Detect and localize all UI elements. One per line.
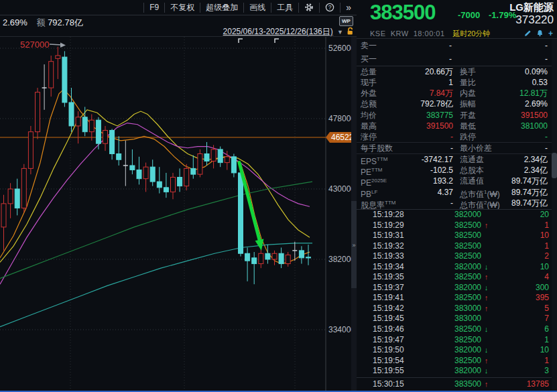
down-candle bbox=[110, 131, 115, 154]
down-candle bbox=[231, 157, 236, 173]
stat-label: 现手 bbox=[361, 77, 405, 88]
level-label: 卖一 bbox=[361, 39, 404, 52]
tick-row[interactable]: 15:19:55382000↓3 bbox=[357, 366, 552, 377]
tick-row[interactable]: 15:19:29382500↑1 bbox=[357, 220, 552, 231]
down-candle bbox=[82, 117, 87, 132]
no-arrow bbox=[481, 314, 491, 324]
collapse-chevrons-icon[interactable]: » bbox=[351, 242, 357, 249]
stat-value: - bbox=[405, 131, 453, 142]
tick-row[interactable]: 15:19:50382000↓10 bbox=[357, 345, 552, 356]
toolbar-f9[interactable]: F9 bbox=[143, 3, 164, 13]
stat-label: 流通值 bbox=[460, 176, 508, 186]
stat-value: 2.69% bbox=[508, 99, 548, 109]
panel-scrollbar-thumb[interactable] bbox=[552, 153, 557, 178]
stat-value: 0.53 bbox=[508, 77, 548, 88]
stat-value: 2.34亿 bbox=[508, 165, 548, 176]
panel-divider[interactable]: » bbox=[351, 37, 357, 392]
stat-value: 20.66万 bbox=[405, 66, 453, 77]
add-to-watchlist-icon[interactable]: + bbox=[548, 30, 553, 37]
no-arrow bbox=[481, 335, 491, 346]
down-candle bbox=[239, 173, 243, 253]
stat-value: - bbox=[405, 143, 453, 153]
tick-row[interactable]: 15:19:34382000↓10 bbox=[357, 262, 552, 273]
up-candle bbox=[259, 253, 263, 263]
stat-value: 193.2 bbox=[405, 176, 453, 186]
stat-label: 最低 bbox=[460, 121, 508, 131]
stat-value: 7.84万 bbox=[405, 88, 453, 99]
panel-scrollbar[interactable] bbox=[552, 39, 557, 390]
tick-row[interactable]: 15:19:323825001 bbox=[357, 241, 552, 252]
tick-time: 15:19:47 bbox=[373, 335, 424, 346]
stat-label: 量比 bbox=[460, 77, 508, 88]
up-candle bbox=[89, 120, 94, 132]
tick-time: 15:19:55 bbox=[373, 366, 424, 377]
tick-price: 382500 bbox=[424, 241, 481, 252]
down-candle bbox=[137, 170, 141, 179]
tick-row[interactable]: 15:19:3138250010 bbox=[357, 231, 552, 241]
tick-row[interactable]: 15:19:37382000↓300 bbox=[357, 283, 552, 293]
no-arrow bbox=[481, 210, 491, 220]
down-candle bbox=[150, 167, 155, 182]
stat-value: - bbox=[508, 131, 548, 142]
tick-list[interactable]: 15:19:283820002015:19:29382500↑115:19:31… bbox=[357, 209, 552, 377]
delay-badge: 延时20分钟 bbox=[452, 29, 490, 38]
down-candle bbox=[306, 257, 311, 258]
down-arrow-icon: ↓ bbox=[481, 283, 491, 293]
more-chevron-icon[interactable]: » bbox=[340, 3, 357, 13]
toolbar-no-adjust[interactable]: 不复权 bbox=[164, 3, 200, 13]
tick-row[interactable]: 15:19:473825001 bbox=[357, 335, 552, 346]
toolbar-draw-line[interactable]: 画线 bbox=[243, 3, 271, 13]
down-arrow-icon: ↓ bbox=[481, 345, 491, 356]
stat-label: PETTM bbox=[361, 165, 405, 176]
up-candle bbox=[36, 92, 40, 132]
date-range[interactable]: 2025/06/13-2025/12/26(136日) bbox=[223, 27, 333, 36]
stat-label: 最小价差 bbox=[460, 143, 508, 153]
level-volume: - bbox=[452, 39, 548, 52]
unlock-icon[interactable] bbox=[346, 27, 355, 36]
stat-label: 涨停 bbox=[361, 131, 405, 142]
tick-row[interactable]: 15:19:54382500↑1 bbox=[357, 356, 552, 367]
tick-row[interactable]: 15:19:41382500↑395 bbox=[357, 293, 552, 304]
alert-bell-icon[interactable] bbox=[536, 29, 544, 37]
candlestick-chart[interactable]: 5260004780004300003820003340004652285270… bbox=[0, 37, 357, 392]
tick-row[interactable]: 15:19:42383000↑5 bbox=[357, 304, 552, 314]
level-price: - bbox=[404, 52, 452, 66]
tick-row[interactable]: 15:19:453830007 bbox=[357, 314, 552, 324]
wp-badge[interactable]: WP bbox=[339, 16, 353, 26]
tick-time: 15:19:35 bbox=[373, 272, 424, 283]
stat-value: 4.37 bbox=[405, 187, 453, 198]
tick-row[interactable]: 15:19:333825002 bbox=[357, 251, 552, 262]
stat-label: 振幅 bbox=[460, 99, 508, 109]
tick-volume: 1 bbox=[491, 356, 549, 367]
stat-label: 流通盘 bbox=[460, 154, 508, 165]
stat-row: 涨停-跌停- bbox=[357, 131, 552, 142]
down-candle bbox=[130, 166, 135, 170]
tick-volume: 5 bbox=[491, 304, 549, 314]
down-arrow-icon: ↓ bbox=[481, 324, 491, 335]
tick-volume: 300 bbox=[491, 283, 549, 293]
toolbar-super-overlay[interactable]: 超级叠加 bbox=[200, 3, 243, 13]
tick-row[interactable]: 15:19:2838200020 bbox=[357, 210, 552, 220]
stat-value: 383775 bbox=[405, 110, 453, 121]
tick-time: 15:19:32 bbox=[373, 241, 424, 252]
settings-gear-icon[interactable] bbox=[298, 3, 319, 13]
tick-time: 15:19:42 bbox=[373, 304, 424, 314]
corner-marker-icon bbox=[239, 39, 243, 43]
tick-price: 382500 bbox=[424, 220, 481, 231]
toolbar-tools[interactable]: 工具 bbox=[271, 3, 298, 13]
stat-value: 89.74万亿 bbox=[508, 176, 548, 186]
stock-code: 373220 bbox=[515, 13, 554, 27]
tick-price: 383000 bbox=[424, 304, 481, 314]
tick-row[interactable]: 15:30:15383500↑13785 bbox=[357, 378, 552, 390]
date-caret-icon[interactable]: ▼ bbox=[337, 29, 343, 36]
help-icon[interactable]: ? bbox=[319, 3, 340, 13]
tick-price: 382000 bbox=[424, 262, 481, 273]
tick-row[interactable]: 15:19:46382500↓6 bbox=[357, 324, 552, 335]
up-arrow-icon: ↑ bbox=[481, 220, 491, 231]
level-label: 买一 bbox=[361, 52, 404, 66]
tick-price: 382500 bbox=[424, 324, 481, 335]
tick-row[interactable]: 15:19:35382500↑4 bbox=[357, 272, 552, 283]
edit-pencil-icon[interactable] bbox=[524, 29, 532, 37]
drawn-arrow-head bbox=[255, 239, 264, 251]
up-candle bbox=[211, 149, 216, 161]
